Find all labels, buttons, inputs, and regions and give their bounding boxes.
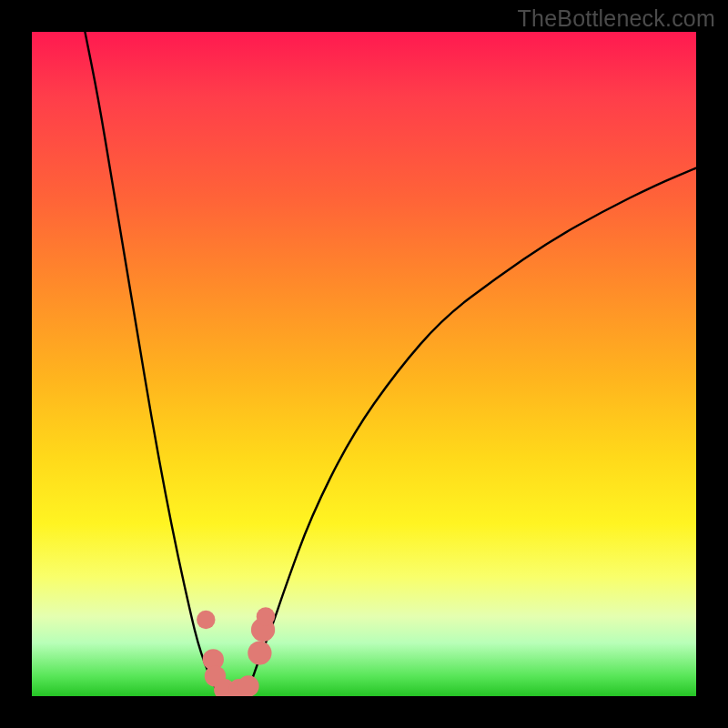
curve-marker xyxy=(257,607,275,625)
plot-area xyxy=(32,32,696,696)
curve-markers xyxy=(197,607,275,696)
watermark-text: TheBottleneck.com xyxy=(518,5,715,32)
curve-marker xyxy=(248,641,271,664)
curve-layer xyxy=(32,32,696,696)
bottleneck-curve xyxy=(85,32,696,693)
chart-frame: TheBottleneck.com xyxy=(0,0,728,728)
curve-marker xyxy=(197,611,215,629)
curve-marker xyxy=(238,675,258,696)
